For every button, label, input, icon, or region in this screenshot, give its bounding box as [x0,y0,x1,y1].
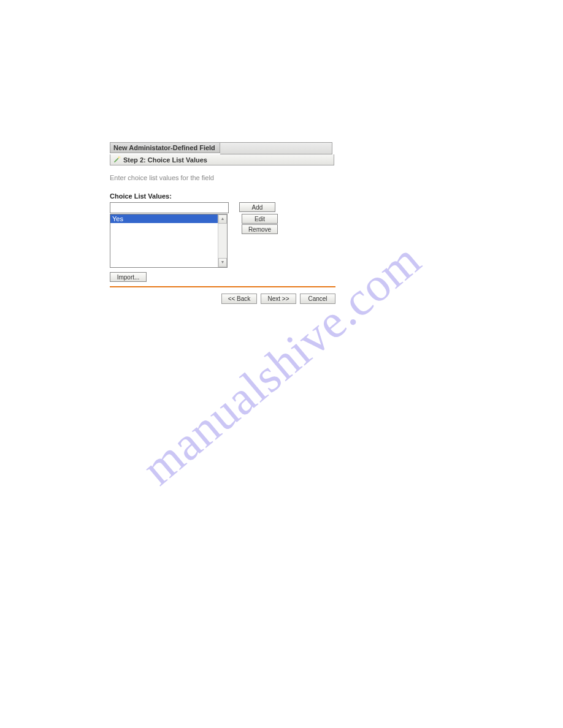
step-label: Step 2: Choice List Values [123,156,207,164]
scroll-up-icon[interactable]: ▲ [218,214,227,224]
import-button[interactable]: Import... [110,272,147,282]
wizard-panel: New Administator-Defined Field Step 2: C… [110,142,335,304]
wand-icon [113,156,121,164]
step-header-bar: Step 2: Choice List Values [110,154,334,165]
next-button[interactable]: Next >> [261,294,296,304]
listbox-scrollbar[interactable]: ▲ ▼ [218,214,227,267]
choice-list-values-label: Choice List Values: [110,192,335,200]
svg-point-1 [118,157,120,158]
back-button[interactable]: << Back [221,294,257,304]
remove-button[interactable]: Remove [242,224,278,234]
choice-list-box[interactable]: Yes ▲ ▼ [110,214,228,268]
svg-line-0 [114,158,118,162]
add-button[interactable]: Add [239,202,275,212]
svg-line-4 [120,156,120,157]
instruction-text: Enter choice list values for the field [110,174,335,181]
wizard-title: New Administator-Defined Field [110,142,220,153]
cancel-button[interactable]: Cancel [300,294,335,304]
edit-button[interactable]: Edit [242,214,278,224]
wizard-title-bar-extension [220,142,332,154]
scroll-down-icon[interactable]: ▼ [218,258,227,267]
divider [110,286,335,287]
choice-value-input[interactable] [110,202,229,213]
list-item[interactable]: Yes [110,214,218,223]
